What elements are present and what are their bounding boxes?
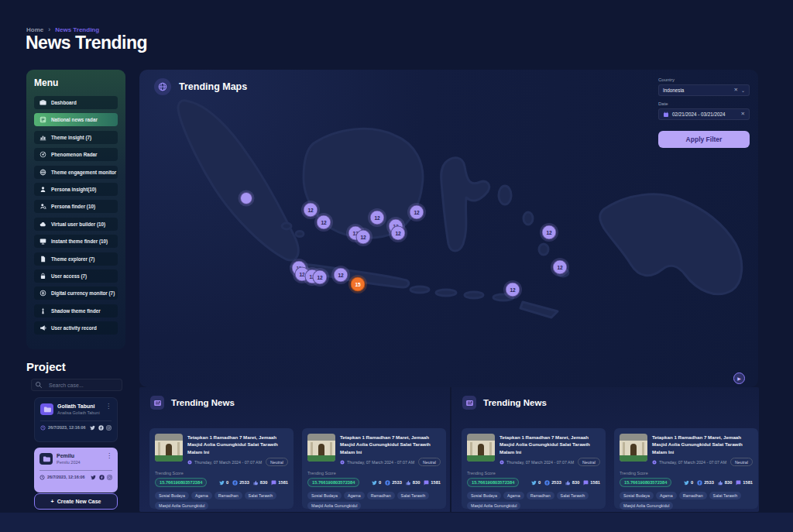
map-marker[interactable]: 12: [506, 283, 520, 297]
map-marker[interactable]: 12: [391, 226, 406, 241]
news-card[interactable]: Tetapkan 1 Ramadhan 7 Maret, Jemaah Masj…: [302, 428, 446, 509]
person-search-icon: [39, 203, 46, 210]
menu-item-virtual-user-builder[interactable]: Virtual user builder (10): [34, 218, 118, 231]
menu-item-shadow-theme-finder[interactable]: Shadow theme finder: [34, 304, 118, 317]
section-title: Trending News: [171, 398, 235, 407]
section-title: Trending Maps: [179, 81, 247, 92]
clear-icon[interactable]: ✕: [741, 112, 745, 117]
stat-value: 0: [226, 480, 228, 485]
menu-item-national-news-radar[interactable]: National news radar: [34, 113, 118, 126]
date-range-input[interactable]: 02/21/2024 - 03/21/2024 ✕: [658, 108, 750, 120]
clock-icon: [40, 425, 46, 431]
case-card-goliath-tabuni[interactable]: Goliath Tabuni Analisa Goliath Tabuni ⋮ …: [34, 397, 118, 442]
tag-chip[interactable]: Salat Tarawih: [709, 492, 742, 499]
news-title: Tetapkan 1 Ramadhan 7 Maret, Jemaah Masj…: [187, 434, 288, 455]
country-select[interactable]: Indonesia ✕ ⌄: [658, 84, 750, 96]
map-marker[interactable]: 12: [553, 260, 568, 275]
menu-item-label: Instant theme finder (10): [51, 239, 108, 244]
menu-item-instant-theme-finder[interactable]: Instant theme finder (10): [34, 235, 118, 248]
tag-chip[interactable]: Sosial Budaya: [155, 492, 189, 499]
sentiment-badge: Neutral: [418, 458, 441, 466]
tag-chip[interactable]: Agama: [191, 492, 212, 499]
chevron-down-icon[interactable]: ⌄: [741, 88, 745, 93]
tag-chip[interactable]: Masjid Aolia Gunungkidul: [155, 502, 208, 510]
tag-chip[interactable]: Agama: [344, 492, 365, 499]
kebab-menu-icon[interactable]: ⋮: [105, 403, 112, 410]
menu-item-theme-insight[interactable]: Theme insight (7): [34, 131, 118, 144]
clock-icon: [340, 460, 345, 465]
tag-chip[interactable]: Ramadhan: [367, 492, 395, 499]
instagram-icon[interactable]: [106, 425, 112, 431]
map-marker[interactable]: 12: [542, 225, 557, 240]
next-button[interactable]: ▶: [733, 372, 745, 384]
news-card[interactable]: Tetapkan 1 Ramadhan 7 Maret, Jemaah Masj…: [462, 428, 606, 509]
map-marker[interactable]: 12: [334, 268, 348, 283]
twitter-stat: 0: [531, 480, 541, 486]
news-card[interactable]: Tetapkan 1 Ramadhan 7 Maret, Jemaah Masj…: [614, 428, 758, 509]
tag-chip[interactable]: Masjid Aolia Gunungkidul: [467, 502, 520, 510]
clear-icon[interactable]: ✕: [734, 88, 738, 93]
tower-icon: [39, 307, 46, 314]
menu-item-user-activity-record[interactable]: User activity record: [34, 321, 118, 335]
tag-chip[interactable]: Agama: [503, 492, 524, 499]
tag-chip[interactable]: Ramadhan: [679, 492, 707, 499]
map-marker[interactable]: 12: [317, 215, 331, 230]
map-marker[interactable]: 12: [304, 203, 318, 218]
sentiment-badge: Neutral: [730, 458, 753, 466]
tag-chip[interactable]: Sosial Budaya: [467, 492, 501, 499]
apply-filter-button[interactable]: Apply Filter: [658, 131, 750, 148]
date-label: Date: [658, 101, 750, 106]
twitter-icon[interactable]: [91, 475, 96, 480]
tag-chip[interactable]: Masjid Aolia Gunungkidul: [620, 502, 673, 510]
map-marker[interactable]: 15: [351, 277, 366, 292]
menu-item-phenomenon-radar[interactable]: Phenomenon Radar: [34, 148, 118, 161]
stat-value: 2533: [704, 480, 714, 485]
stat-value: 830: [572, 480, 580, 485]
menu-item-persona-insight[interactable]: Persona insight(10): [34, 183, 118, 196]
menu-item-digital-currency-monitor[interactable]: Digital currency monitor (7): [34, 287, 118, 300]
map-marker[interactable]: 12: [370, 211, 385, 225]
tag-chip[interactable]: Agama: [656, 492, 677, 499]
map-marker[interactable]: 12: [410, 205, 424, 220]
tag-chip[interactable]: Sosial Budaya: [620, 492, 654, 499]
create-new-case-button[interactable]: + Create New Case: [34, 493, 118, 510]
trending-score-label: Trending Score: [467, 471, 600, 475]
news-title: Tetapkan 1 Ramadhan 7 Maret, Jemaah Masj…: [499, 434, 600, 455]
tag-chip[interactable]: Ramadhan: [215, 492, 242, 499]
case-card-pemilu[interactable]: Pemilu Pemilu 2024 ⋮ 26/7/2023, 12:16:06: [34, 448, 118, 493]
tag-chip[interactable]: Salat Tarawih: [557, 492, 589, 499]
comment-stat: 1581: [583, 480, 600, 486]
tag-chip[interactable]: Sosial Budaya: [307, 492, 342, 499]
tag-chip[interactable]: Salat Tarawih: [245, 492, 277, 499]
menu-item-theme-explorer[interactable]: Theme explorer (7): [34, 252, 118, 266]
document-icon: [39, 256, 46, 263]
tag-chip[interactable]: Masjid Aolia Gunungkidul: [307, 502, 361, 510]
map-marker[interactable]: 12: [356, 230, 371, 245]
tag-chip[interactable]: Salat Tarawih: [397, 492, 430, 499]
twitter-stat: 0: [372, 480, 381, 486]
menu-item-user-access[interactable]: User access (7): [34, 269, 118, 283]
instagram-icon[interactable]: [107, 475, 112, 480]
tag-chip[interactable]: Ramadhan: [527, 492, 554, 499]
news-card[interactable]: Tetapkan 1 Ramadhan 7 Maret, Jemaah Masj…: [149, 428, 294, 509]
facebook-icon[interactable]: [99, 475, 105, 480]
map-marker[interactable]: [240, 192, 252, 204]
twitter-icon[interactable]: [90, 425, 95, 431]
menu-item-persona-finder[interactable]: Persona finder (10): [34, 200, 118, 213]
menu-item-label: Phenomenon Radar: [51, 152, 97, 157]
twitter-icon: [219, 480, 225, 486]
country-label: Country: [658, 77, 750, 82]
menu-item-dashboard[interactable]: Dashboard: [34, 96, 118, 109]
map-marker[interactable]: 12: [313, 270, 328, 285]
search-case-input[interactable]: [47, 382, 118, 389]
facebook-icon[interactable]: [98, 425, 104, 431]
news-date: Thursday, 07 March 2024 - 07:07 AM: [659, 460, 726, 465]
kebab-menu-icon[interactable]: ⋮: [106, 453, 112, 459]
menu-item-theme-engagement-monitor[interactable]: Theme engagement monitor: [34, 166, 118, 179]
comment-icon: [424, 480, 429, 486]
globe-icon: [39, 169, 46, 176]
case-name: Pemilu: [57, 453, 81, 460]
globe-icon: [154, 78, 171, 95]
news-title: Tetapkan 1 Ramadhan 7 Maret, Jemaah Masj…: [652, 434, 753, 455]
trending-score-label: Trending Score: [155, 471, 288, 475]
